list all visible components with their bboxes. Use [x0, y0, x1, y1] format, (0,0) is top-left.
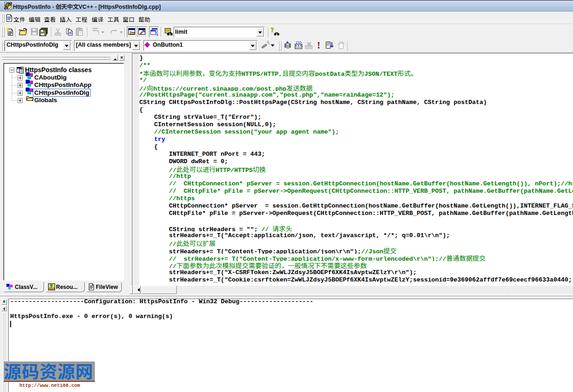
svg-text:?: ? [271, 27, 274, 34]
